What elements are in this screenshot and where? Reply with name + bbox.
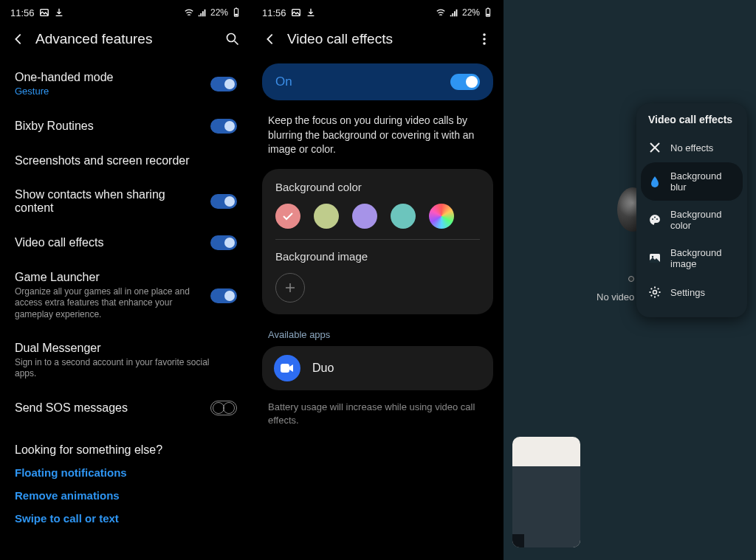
setting-title: Screenshots and screen recorder [15, 154, 228, 167]
toggle-switch[interactable] [210, 194, 237, 209]
master-toggle-row[interactable]: On [262, 63, 493, 100]
thumbnail-handle [512, 534, 524, 547]
self-view-thumbnail[interactable] [512, 437, 580, 547]
popup-item-background-blur[interactable]: Background blur [641, 162, 743, 201]
popup-item-label: Background image [670, 247, 735, 269]
svg-point-15 [656, 218, 658, 220]
gear-icon [648, 286, 662, 299]
background-card: Background color Background image [262, 169, 493, 314]
color-swatch-olive[interactable] [314, 204, 339, 229]
setting-one-handed-mode[interactable]: One-handed mode Gesture [0, 61, 252, 108]
setting-game-launcher[interactable]: Game Launcher Organize all your games al… [0, 260, 252, 331]
check-icon [282, 212, 294, 221]
setting-subtitle: Sign in to a second account in your favo… [15, 357, 228, 380]
download-indicator-icon [306, 7, 316, 18]
bg-color-label: Background color [275, 181, 480, 193]
setting-show-contacts-sharing[interactable]: Show contacts when sharing content [0, 178, 252, 225]
setting-title: Video call effects [15, 236, 202, 249]
wifi-icon [184, 7, 194, 18]
description: Keep the focus on you during video calls… [252, 106, 504, 169]
link-floating-notifications[interactable]: Floating notifications [0, 461, 252, 484]
setting-subtitle: Organize all your games all in one place… [15, 286, 202, 321]
setting-video-call-effects[interactable]: Video call effects [0, 225, 252, 260]
link-remove-animations[interactable]: Remove animations [0, 484, 252, 507]
svg-point-18 [653, 291, 657, 294]
toggle-switch[interactable] [210, 77, 237, 91]
setting-title: Dual Messenger [15, 342, 228, 355]
x-icon [648, 141, 662, 154]
popup-item-settings[interactable]: Settings [636, 277, 747, 307]
battery-icon [483, 7, 493, 18]
setting-title: Game Launcher [15, 271, 202, 284]
setting-title: Send SOS messages [15, 401, 202, 415]
header: Advanced features [0, 21, 252, 58]
setting-screenshots-recorder[interactable]: Screenshots and screen recorder [0, 144, 252, 178]
color-swatches [275, 204, 480, 240]
battery-percent: 22% [462, 7, 480, 18]
status-time: 11:56 [262, 7, 286, 18]
setting-title: One-handed mode [15, 71, 202, 84]
toggle-switch[interactable] [210, 119, 237, 134]
advanced-features-screen: 11:56 22% Advanced features One-handed m… [0, 0, 252, 560]
setting-subtitle: Gesture [15, 86, 202, 98]
page-title: Video call effects [287, 31, 467, 47]
master-toggle-label: On [275, 75, 292, 89]
svg-point-4 [227, 34, 236, 42]
svg-rect-12 [281, 364, 289, 373]
svg-point-13 [652, 218, 653, 220]
back-icon[interactable] [264, 32, 277, 46]
effects-popup: Video call effects No effects Background… [636, 103, 747, 317]
more-icon[interactable] [477, 32, 492, 46]
image-icon [648, 252, 662, 265]
popup-item-no-effects[interactable]: No effects [636, 133, 747, 162]
svg-rect-3 [236, 7, 237, 8]
battery-icon [231, 7, 241, 18]
palette-icon [648, 213, 662, 227]
popup-title: Video call effects [636, 114, 747, 133]
blur-icon [648, 175, 662, 188]
svg-rect-7 [487, 14, 489, 16]
svg-rect-8 [487, 7, 489, 8]
svg-point-9 [483, 33, 486, 36]
search-icon[interactable] [225, 32, 240, 46]
setting-dual-messenger[interactable]: Dual Messenger Sign in to a second accou… [0, 331, 252, 390]
available-apps-label: Available apps [252, 323, 504, 346]
back-icon[interactable] [12, 32, 25, 46]
toggle-switch[interactable] [210, 235, 237, 250]
app-name: Duo [312, 362, 334, 375]
page-title: Advanced features [35, 31, 215, 47]
toggle-switch[interactable] [210, 288, 237, 303]
plus-icon [284, 282, 296, 294]
app-row-duo[interactable]: Duo [262, 346, 493, 390]
bg-image-label: Background image [275, 250, 480, 263]
add-image-button[interactable] [275, 273, 305, 303]
master-toggle-switch[interactable] [450, 74, 480, 90]
image-indicator-icon [39, 7, 49, 18]
header: Video call effects [252, 21, 504, 58]
looking-heading: Looking for something else? [0, 426, 252, 461]
popup-item-background-color[interactable]: Background color [636, 201, 747, 239]
settings-list: One-handed mode Gesture Bixby Routines S… [0, 58, 252, 533]
link-swipe-call-text[interactable]: Swipe to call or text [0, 507, 252, 530]
battery-percent: 22% [210, 7, 228, 18]
popup-item-label: Background blur [670, 170, 735, 193]
setting-bixby-routines[interactable]: Bixby Routines [0, 108, 252, 144]
svg-rect-2 [235, 14, 238, 16]
record-indicator-icon [628, 276, 634, 282]
svg-point-14 [654, 217, 656, 218]
popup-item-background-image[interactable]: Background image [636, 239, 747, 277]
video-call-popup-screen: No video Video call effects No effects B… [504, 0, 756, 560]
setting-send-sos[interactable]: Send SOS messages [0, 390, 252, 426]
color-swatch-teal[interactable] [391, 204, 416, 229]
color-swatch-pink[interactable] [275, 204, 300, 229]
toggle-switch-off[interactable] [210, 401, 237, 415]
duo-app-icon [274, 355, 300, 381]
color-swatch-rainbow[interactable] [429, 204, 454, 229]
svg-point-17 [652, 256, 653, 257]
image-indicator-icon [291, 7, 301, 18]
status-bar: 11:56 22% [0, 0, 252, 21]
popup-item-label: No effects [670, 142, 713, 153]
color-swatch-purple[interactable] [352, 204, 377, 229]
video-call-effects-screen: 11:56 22% Video call effects On Keep the… [252, 0, 504, 560]
signal-icon [449, 7, 459, 18]
